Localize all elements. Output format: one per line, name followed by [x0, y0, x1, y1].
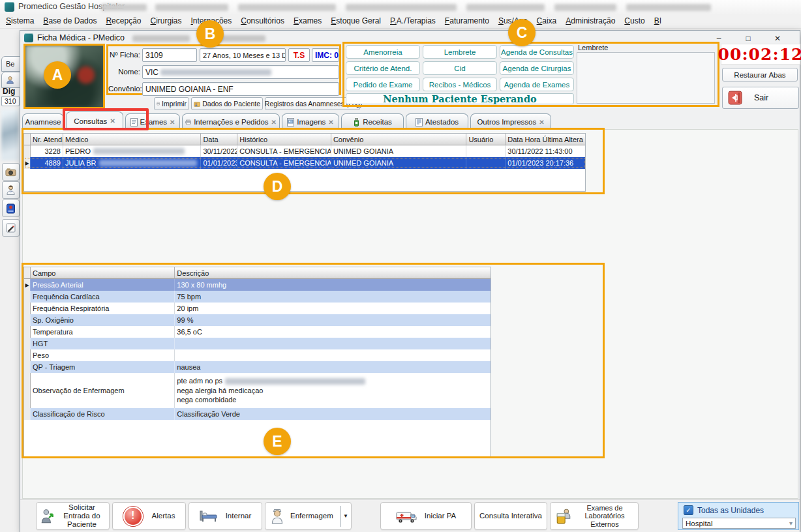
menu-administracao[interactable]: Administração: [561, 14, 620, 28]
consulta-interativa-button[interactable]: Consulta Interativa: [474, 502, 547, 530]
enfermagem-dropdown[interactable]: ▼: [340, 506, 348, 527]
menu-pa-terapias[interactable]: P.A./Terapias: [385, 14, 440, 28]
triagem-row[interactable]: Frequência Respiratória 20 ipm: [24, 303, 491, 314]
triagem-row[interactable]: Temperatura 36,5 oC: [24, 326, 491, 338]
nome-input[interactable]: VIC: [142, 65, 339, 79]
tab-consultas[interactable]: Consultas ✕: [66, 111, 123, 130]
cell-descricao: 75 bpm: [175, 291, 491, 303]
menu-caixa[interactable]: Caixa: [532, 14, 562, 28]
tab-label: Receitas: [363, 118, 392, 126]
menu-sistema[interactable]: Sistema: [1, 14, 38, 28]
restaurar-abas-button[interactable]: Restaurar Abas: [722, 68, 798, 81]
imprimir-button[interactable]: Imprimir: [154, 97, 189, 110]
amenorreia-button[interactable]: Amenorreia: [346, 45, 420, 59]
triagem-row[interactable]: Sp. Oxigênio 99 %: [24, 314, 491, 326]
background-ficha-input[interactable]: 310: [1, 96, 20, 106]
recibos-medicos-button[interactable]: Recibos - Médicos: [423, 78, 497, 91]
cell-descricao: [175, 338, 491, 349]
menu-bi[interactable]: BI: [650, 14, 666, 28]
lembrete-box[interactable]: [577, 52, 715, 104]
col-ultima-alteracao[interactable]: Data Hora Última Altera: [506, 134, 585, 145]
unidade-combobox[interactable]: Hospital ▾: [682, 518, 796, 529]
cell-campo: Classificação de Risco: [31, 408, 175, 420]
tab-close-icon[interactable]: ✕: [539, 119, 544, 126]
todas-unidades-checkbox-row[interactable]: ✓ Todas as Unidades: [684, 505, 764, 515]
menu-exames[interactable]: Exames: [289, 14, 326, 28]
pedido-exame-button[interactable]: Pedido de Exame: [346, 78, 420, 91]
criterio-atend-button[interactable]: Critério de Atend.: [346, 61, 420, 75]
row-gutter: [24, 145, 31, 157]
col-campo[interactable]: Campo: [31, 267, 175, 279]
triagem-grid: Campo Descrição ▶ Pressão Arterial 130 x…: [23, 267, 491, 457]
triagem-row-observacao[interactable]: Observação de Enfermagem pte adm no ps n…: [24, 373, 491, 408]
gutter-header: [24, 267, 31, 279]
checkbox-checked-icon[interactable]: ✓: [684, 505, 693, 515]
amenorreia-label: Amenorreia: [363, 48, 402, 56]
tab-receitas[interactable]: Receitas: [341, 113, 404, 130]
cell-campo: Frequência Cardíaca: [31, 291, 175, 303]
triagem-row[interactable]: Frequência Cardíaca 75 bpm: [24, 291, 491, 303]
cell-campo: Peso: [31, 349, 175, 361]
iniciar-pa-button[interactable]: Iniciar PA: [380, 502, 472, 530]
tab-close-icon[interactable]: ✕: [271, 119, 277, 126]
menu-recepcao[interactable]: Recepção: [101, 14, 145, 28]
menu-estoque-geral[interactable]: Estoque Geral: [326, 14, 385, 28]
cell-atendimento: 3228: [31, 145, 63, 157]
consulta-row-selected[interactable]: ▶ 4889 JULIA BR 01/01/2023 CONSULTA - EM…: [24, 157, 585, 169]
observacao-line3: nega comorbidade: [177, 395, 236, 405]
criterio-atend-label: Critério de Atend.: [354, 65, 412, 72]
dados-do-paciente-button[interactable]: Dados do Paciente: [191, 97, 263, 110]
camera-icon-button[interactable]: [2, 163, 20, 181]
exames-laboratorios-externos-button[interactable]: Exames de Laboratórios Externos: [550, 502, 639, 530]
consulta-row[interactable]: 3228 PEDRO 30/11/2022 CONSULTA - EMERGEN…: [24, 145, 585, 157]
tab-internacoes-e-pedidos[interactable]: Internações e Pedidos ✕: [182, 113, 280, 130]
tab-close-icon[interactable]: ✕: [110, 117, 115, 125]
cell-historico: CONSULTA - EMERGENCIA: [237, 145, 331, 157]
doctor-icon-button[interactable]: [2, 181, 20, 199]
col-convenio[interactable]: Convênio: [331, 134, 467, 145]
col-usuario[interactable]: Usuário: [466, 134, 506, 145]
triagem-row[interactable]: HGT: [24, 338, 491, 349]
menu-base-de-dados[interactable]: Base de Dados: [38, 14, 101, 28]
col-historico[interactable]: Histórico: [237, 134, 331, 145]
tab-atestados[interactable]: Atestados: [406, 113, 468, 130]
agenda-exames-button[interactable]: Agenda de Exames: [500, 78, 574, 91]
internar-button[interactable]: Internar: [189, 502, 262, 530]
col-nr-atendim[interactable]: Nr. Atendim: [31, 134, 63, 145]
triagem-row-selected[interactable]: ▶ Pressão Arterial 130 x 80 mmhg: [24, 279, 491, 291]
col-descricao[interactable]: Descrição: [175, 267, 491, 279]
col-data[interactable]: Data: [201, 134, 237, 145]
waiting-status: Nenhum Paciente Esperando: [346, 93, 574, 104]
tab-imagens[interactable]: Imagens ✕: [282, 113, 339, 130]
menu-cirurgias[interactable]: Cirurgias: [145, 14, 186, 28]
menu-faturamento[interactable]: Faturamento: [440, 14, 494, 28]
convenio-value: UNIMED GOIANIA - ENF: [145, 85, 234, 94]
triagem-row[interactable]: Classificação de Risco Classificação Ver…: [24, 408, 491, 420]
tab-exames[interactable]: Exames ✕: [125, 113, 180, 130]
triagem-row[interactable]: Peso: [24, 349, 491, 361]
tab-outros-impressos[interactable]: Outros Impressos ✕: [470, 113, 551, 130]
ficha-input[interactable]: 3109: [142, 48, 197, 62]
agenda-cirurgias-button[interactable]: Agenda de Cirurgias: [500, 61, 574, 75]
imc-button[interactable]: IMC: 0: [312, 48, 339, 62]
ts-button[interactable]: T.S: [288, 48, 310, 62]
alertas-button[interactable]: ! Alertas: [112, 502, 186, 530]
tab-anamnese[interactable]: Anamnese: [22, 113, 64, 130]
enfermagem-button[interactable]: Enfermagem ▼: [265, 502, 352, 530]
exames-laboratorios-label: Exames de Laboratórios Externos: [577, 504, 633, 529]
triagem-row[interactable]: QP - Triagem nausea: [24, 361, 491, 373]
solicitar-entrada-button[interactable]: Solicitar Entrada do Paciente: [36, 502, 110, 530]
tab-close-icon[interactable]: ✕: [328, 119, 333, 126]
consultas-grid: Nr. Atendim Médico Data Histórico Convên…: [23, 133, 586, 192]
agenda-consultas-button[interactable]: Agenda de Consultas: [500, 45, 574, 59]
menu-consultorios[interactable]: Consultórios: [236, 14, 289, 28]
col-medico[interactable]: Médico: [63, 134, 202, 145]
book-icon-button[interactable]: [2, 200, 20, 217]
sair-button[interactable]: Sair: [722, 87, 799, 109]
menu-custo[interactable]: Custo: [620, 14, 649, 28]
convenio-input[interactable]: UNIMED GOIANIA - ENF: [142, 82, 339, 96]
tab-close-icon[interactable]: ✕: [170, 119, 175, 126]
cid-button[interactable]: Cid: [423, 61, 497, 75]
lembrete-button[interactable]: Lembrete: [423, 45, 497, 59]
notes-pen-icon-button[interactable]: [2, 219, 20, 237]
